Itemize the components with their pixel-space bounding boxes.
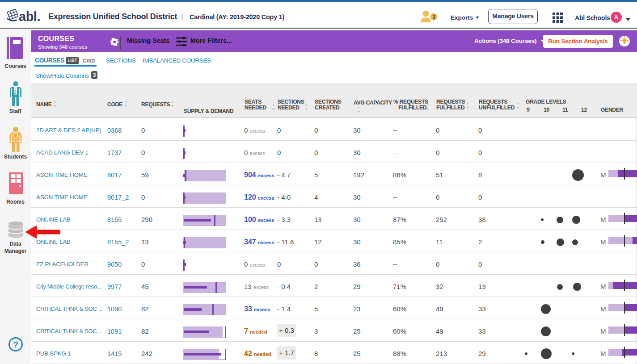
svg-text:3: 3 bbox=[432, 14, 435, 20]
